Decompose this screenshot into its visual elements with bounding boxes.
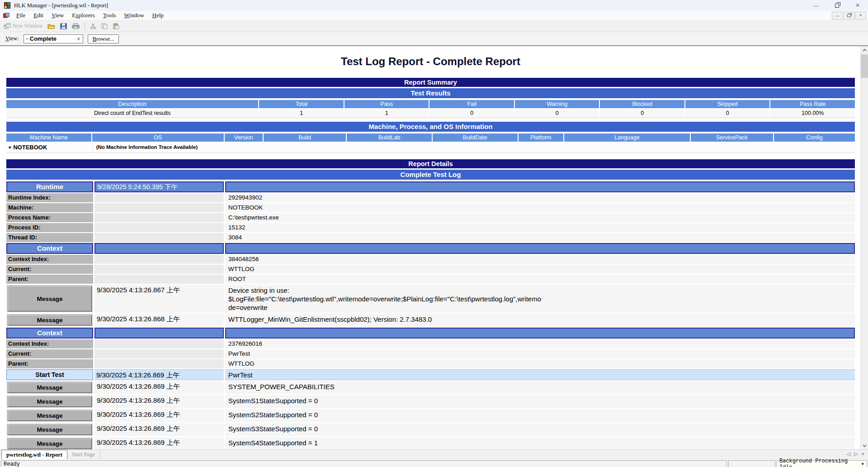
view-bar: View: · Complete ∨ Browse...	[0, 32, 868, 45]
mdi-close-button[interactable]: ×	[855, 12, 866, 19]
kv-value: 2929943902	[225, 193, 855, 202]
kv-spacer	[94, 223, 224, 232]
scroll-down-button[interactable]	[861, 442, 868, 449]
log-band-row: Context	[6, 328, 855, 338]
message-timestamp: 9/30/2025 4:13:26.869 上午	[94, 395, 224, 408]
titlebar: HLK Manager - [pwrtestlog.wtl - Report] …	[0, 0, 868, 11]
log-band-row: Runtime9/28/2025 5:24:50.395 下午	[6, 181, 855, 192]
tab-report[interactable]: pwrtestlog.wtl - Report	[1, 450, 67, 459]
menubar: FileEditViewExplorersToolsWindowHelp — ×	[0, 11, 868, 20]
message-button[interactable]: Message	[7, 396, 92, 407]
view-selector[interactable]: · Complete ∨	[24, 34, 83, 43]
machine-name-expander[interactable]: + NOTEBOOK	[6, 143, 91, 152]
column-header: Build	[264, 133, 346, 142]
band-filler	[225, 243, 855, 254]
test-results-data-row: Direct count of EndTest results110000100…	[6, 109, 855, 118]
chevron-down-icon: ∨	[77, 36, 80, 42]
menu-item-file[interactable]: File	[12, 11, 29, 19]
menu-item-explorers[interactable]: Explorers	[68, 11, 99, 19]
save-button[interactable]	[58, 22, 69, 30]
kv-value: 2376926016	[225, 339, 855, 348]
log-kv-row: Runtime Index:2929943902	[6, 193, 855, 202]
minimize-button[interactable]: —	[806, 0, 826, 11]
tab-scroll-left-button[interactable]: ◁	[847, 451, 850, 457]
print-button[interactable]	[70, 22, 81, 30]
message-timestamp: 9/30/2025 4:13:26.869 上午	[94, 409, 224, 422]
message-button[interactable]: Message	[7, 315, 92, 326]
message-button-cell: Message	[6, 381, 93, 394]
kv-value: WTTLOG	[225, 265, 855, 274]
scroll-thumb[interactable]	[861, 54, 868, 78]
message-button-cell: Message	[6, 409, 93, 422]
log-kv-row: Parent:WTTLOG	[6, 359, 855, 368]
message-button-cell: Message	[6, 285, 93, 313]
column-header: Blocked	[600, 100, 684, 108]
message-button-cell: Message	[6, 437, 93, 449]
menu-item-window[interactable]: Window	[120, 11, 148, 19]
result-value: 100.00%	[770, 109, 855, 118]
result-value: 1	[259, 109, 344, 118]
message-timestamp: 9/30/2025 4:13:26.869 上午	[94, 437, 224, 449]
log-message-row: Message9/30/2025 4:13:26.869 上午SystemS3S…	[6, 423, 855, 436]
tab-close-button[interactable]: ×	[862, 451, 864, 457]
kv-spacer	[94, 265, 224, 274]
paste-button[interactable]	[111, 22, 121, 30]
start-test-button[interactable]: Start Test	[6, 369, 93, 380]
open-button[interactable]	[46, 22, 57, 30]
copy-button[interactable]	[99, 22, 110, 30]
message-text: SYSTEM_POWER_CAPABILITIES	[225, 381, 855, 394]
band-label[interactable]: Runtime	[6, 181, 93, 192]
report-title: Test Log Report - Complete Report	[6, 55, 855, 68]
vertical-scrollbar[interactable]	[860, 46, 868, 449]
kv-spacer	[94, 349, 224, 358]
mdi-restore-button[interactable]	[844, 12, 854, 19]
message-button[interactable]: Message	[7, 382, 92, 393]
toolbar-separator	[85, 22, 85, 30]
background-processing-dropdown[interactable]: Background Processing Idle ▾	[777, 460, 867, 467]
message-button[interactable]: Message	[7, 438, 92, 449]
log-message-row: Message9/30/2025 4:13:26.869 上午SystemS4S…	[6, 437, 855, 449]
menu-item-view[interactable]: View	[47, 11, 68, 19]
message-button[interactable]: Message	[7, 424, 92, 435]
test-results-header: Test Results	[6, 88, 855, 98]
message-button[interactable]: Message	[7, 286, 92, 312]
kv-spacer	[94, 255, 224, 264]
test-results-column-headers: DescriptionTotalPassFailWarningBlockedSk…	[6, 100, 855, 108]
column-header: Config	[774, 133, 855, 142]
message-button[interactable]: Message	[7, 410, 92, 421]
kv-spacer	[94, 275, 224, 284]
menu-item-help[interactable]: Help	[148, 11, 168, 19]
caret-down-icon: ▾	[861, 461, 864, 467]
log-kv-row: Parent:ROOT	[6, 275, 855, 284]
column-header: Language	[564, 133, 690, 142]
column-header: Description	[6, 100, 258, 108]
result-value: Direct count of EndTest results	[6, 109, 258, 118]
menu-item-tools[interactable]: Tools	[99, 11, 120, 19]
mdi-minimize-icon: —	[835, 13, 840, 18]
tab-scroll-right-button[interactable]: ▷	[854, 451, 858, 457]
band-label[interactable]: Context	[6, 328, 93, 338]
start-test-name: PwrTest	[225, 369, 855, 380]
close-button[interactable]: ×	[847, 0, 868, 11]
message-timestamp: 9/30/2025 4:13:26.869 上午	[94, 423, 224, 436]
tab-start-page[interactable]: Start Page	[67, 450, 100, 459]
kv-spacer	[94, 213, 224, 222]
kv-label: Process Name:	[6, 213, 93, 222]
kv-value: 384048256	[225, 255, 855, 264]
column-header: Skipped	[685, 100, 770, 108]
restore-button[interactable]	[826, 0, 847, 11]
mdi-minimize-button[interactable]: —	[832, 12, 843, 19]
cut-button[interactable]	[88, 22, 98, 30]
scroll-up-button[interactable]	[861, 46, 868, 54]
message-timestamp: 9/30/2025 4:13:26.869 上午	[94, 381, 224, 394]
new-window-label: New Window	[13, 23, 42, 29]
close-icon: ×	[855, 1, 859, 10]
new-window-button[interactable]: New Window	[2, 22, 44, 30]
browse-button[interactable]: Browse...	[88, 34, 119, 43]
menu-item-edit[interactable]: Edit	[29, 11, 47, 19]
column-header: ServicePack	[691, 133, 773, 142]
message-button-cell: Message	[6, 314, 93, 327]
restore-icon	[835, 4, 839, 8]
log-message-row: Message9/30/2025 4:13:26.867 上午Device st…	[6, 285, 855, 313]
band-label[interactable]: Context	[6, 243, 93, 254]
